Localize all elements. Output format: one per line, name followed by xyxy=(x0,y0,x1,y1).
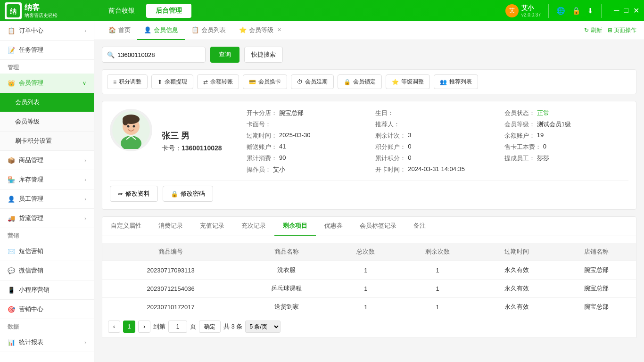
detail-remaining-times: 剩余计次： 3 xyxy=(375,132,499,140)
tab-member-info[interactable]: 👤 会员信息 xyxy=(137,21,185,40)
member-lock-button[interactable]: 🔒 会员锁定 xyxy=(338,74,382,89)
divider2 xyxy=(601,4,602,18)
sidebar-item-reports[interactable]: 📊统计报表 › xyxy=(0,333,94,352)
balance-withdraw-button[interactable]: ⬆ 余额提现 xyxy=(151,74,193,89)
cell-code: 20230717093113 xyxy=(102,261,239,280)
balance-transfer-button[interactable]: ⇄ 余额转账 xyxy=(197,74,239,89)
pagination: ‹ 1 › 到第 页 确定 共 3 条 5 条/页 10 条/页 20 条/页 xyxy=(102,316,636,337)
nav-tab-frontend[interactable]: 前台收银 xyxy=(99,4,144,18)
chevron-icon: › xyxy=(84,28,86,33)
sidebar-section-data: 数据 xyxy=(0,319,94,333)
data-table-wrap: 商品编号 商品名称 总次数 剩余次数 过期时间 店铺名称 20230717093… xyxy=(102,243,636,337)
search-input[interactable] xyxy=(117,51,200,58)
member-details: 开卡分店： 腕宝总部 生日： 会员状态： 正常 卡面号： xyxy=(247,109,628,174)
referral-list-button[interactable]: 👥 推荐列表 xyxy=(434,74,478,89)
change-password-button[interactable]: 🔒 修改密码 xyxy=(163,186,213,202)
detail-expire: 过期时间： 2025-03-30 xyxy=(247,132,371,140)
detail-total-consume: 累计消费： 90 xyxy=(247,154,371,163)
miniapp-icon: 📱 xyxy=(8,287,15,294)
sidebar-section-marketing: 营销 xyxy=(0,228,94,242)
refresh-button[interactable]: ↻ 刷新 xyxy=(584,26,602,34)
per-page-select[interactable]: 5 条/页 10 条/页 20 条/页 xyxy=(245,321,281,333)
tab-member-tags[interactable]: 会员标签记录 xyxy=(351,217,405,236)
chevron-icon5: › xyxy=(84,215,86,221)
table-row: 20230712154036 乒乓球课程 1 1 永久有效 腕宝总部 xyxy=(102,280,636,298)
cell-name: 洗衣服 xyxy=(239,261,334,280)
table-row: 20230710172017 送货到家 1 1 永久有效 腕宝总部 xyxy=(102,298,636,316)
sidebar-item-members[interactable]: 👑会员管理 ∨ xyxy=(0,74,94,93)
sidebar-item-points-setting[interactable]: 刷卡积分设置 xyxy=(0,132,94,151)
page-confirm-button[interactable]: 确定 xyxy=(199,321,221,333)
sidebar-item-wechat[interactable]: 💬微信营销 xyxy=(0,261,94,280)
points-adjust-button[interactable]: ≡ 积分调整 xyxy=(107,74,148,89)
detail-total-points: 累计积分： 0 xyxy=(375,154,499,163)
member-extend-button[interactable]: ⏱ 会员延期 xyxy=(291,74,334,89)
products-icon: 📦 xyxy=(8,157,15,164)
cell-remaining: 1 xyxy=(398,298,477,316)
edit-profile-button[interactable]: ✏ 修改资料 xyxy=(110,186,158,202)
quick-search-button[interactable]: 快捷搜索 xyxy=(244,47,283,63)
sidebar-item-member-list[interactable]: 会员列表 xyxy=(0,93,94,112)
tab-recharge-record[interactable]: 充值记录 xyxy=(191,217,233,236)
tab-home[interactable]: 🏠 首页 xyxy=(102,21,137,40)
tab-consume-record[interactable]: 消费记录 xyxy=(150,217,191,236)
sidebar-item-products[interactable]: 📦商品管理 › xyxy=(0,151,94,170)
tab-custom-attr[interactable]: 自定义属性 xyxy=(102,217,150,236)
cell-remaining: 1 xyxy=(398,261,477,280)
sidebar-item-logistics[interactable]: 🚚货流管理 › xyxy=(0,209,94,228)
level-adjust-button[interactable]: ⭐ 等级调整 xyxy=(386,74,430,89)
prev-page-button[interactable]: ‹ xyxy=(108,321,120,333)
tab-remaining-items[interactable]: 剩余项目 xyxy=(274,217,316,236)
sidebar-item-miniapp[interactable]: 📱小程序营销 xyxy=(0,280,94,300)
table-row: 20230717093113 洗衣服 1 1 永久有效 腕宝总部 xyxy=(102,261,636,280)
chevron-icon4: › xyxy=(84,196,86,202)
member-avatar xyxy=(110,109,152,151)
detail-card-face: 卡面号： xyxy=(247,120,371,129)
cell-total: 1 xyxy=(334,298,398,316)
avatar: 艾 xyxy=(505,4,519,17)
data-table: 商品编号 商品名称 总次数 剩余次数 过期时间 店铺名称 20230717093… xyxy=(102,243,636,316)
svg-point-8 xyxy=(133,125,135,128)
sidebar-item-marketing-center[interactable]: 🎯营销中心 xyxy=(0,300,94,319)
divider xyxy=(548,4,549,18)
next-page-button[interactable]: › xyxy=(138,321,150,333)
tab-coupons[interactable]: 优惠券 xyxy=(316,217,351,236)
sidebar-item-orders[interactable]: 📋订单中心 › xyxy=(0,21,94,41)
query-button[interactable]: 查询 xyxy=(210,47,239,63)
lock-icon[interactable]: 🔒 xyxy=(572,7,581,15)
sidebar-item-staff[interactable]: 👤员工管理 › xyxy=(0,189,94,209)
cell-code: 20230710172017 xyxy=(102,298,239,316)
tab-times-record[interactable]: 充次记录 xyxy=(233,217,274,236)
current-page-button[interactable]: 1 xyxy=(123,321,135,333)
action-buttons: ≡ 积分调整 ⬆ 余额提现 ⇄ 余额转账 💳 会员换卡 ⏱ 会员延期 xyxy=(102,69,636,94)
tab-member-level[interactable]: ⭐ 会员等级 ✕ xyxy=(232,21,288,40)
member-list-tab-icon: 📋 xyxy=(191,26,199,33)
nav-tabs: 前台收银 后台管理 xyxy=(99,4,191,18)
close-button[interactable]: ✕ xyxy=(633,6,639,15)
cell-code: 20230712154036 xyxy=(102,280,239,298)
tab-notes[interactable]: 备注 xyxy=(405,217,434,236)
marketing-icon: 🎯 xyxy=(8,306,15,313)
globe-icon[interactable]: 🌐 xyxy=(556,7,565,15)
user-info: 艾 艾小 v2.0.0.37 xyxy=(505,4,541,17)
sidebar-item-sms[interactable]: ✉️短信营销 xyxy=(0,242,94,261)
header-icons: 🌐 🔒 ⬇ xyxy=(556,7,594,15)
tab-member-list[interactable]: 📋 会员列表 xyxy=(185,21,232,40)
detail-birthday: 生日： xyxy=(375,109,499,117)
tab-close-icon[interactable]: ✕ xyxy=(277,27,281,33)
nav-tab-backend[interactable]: 后台管理 xyxy=(146,4,191,18)
minimize-button[interactable]: ─ xyxy=(614,6,619,15)
cell-total: 1 xyxy=(334,280,398,298)
sidebar-item-inventory[interactable]: 🏪库存管理 › xyxy=(0,170,94,189)
card-replace-button[interactable]: 💳 会员换卡 xyxy=(243,74,287,89)
maximize-button[interactable]: □ xyxy=(624,6,628,15)
member-top: 张三 男 卡号：13600110028 开卡分店： 腕宝总部 生日 xyxy=(110,109,628,174)
card-icon: 💳 xyxy=(249,79,256,85)
page-input[interactable] xyxy=(168,321,187,333)
sidebar-item-tasks[interactable]: 📝任务管理 xyxy=(0,41,94,60)
page-op-button[interactable]: ⊞ 页面操作 xyxy=(608,26,636,34)
lock-member-icon: 🔒 xyxy=(344,79,351,85)
download-icon[interactable]: ⬇ xyxy=(587,7,594,15)
sidebar-item-member-level[interactable]: 会员等级 xyxy=(0,112,94,132)
user-name: 艾小 v2.0.0.37 xyxy=(521,4,541,17)
